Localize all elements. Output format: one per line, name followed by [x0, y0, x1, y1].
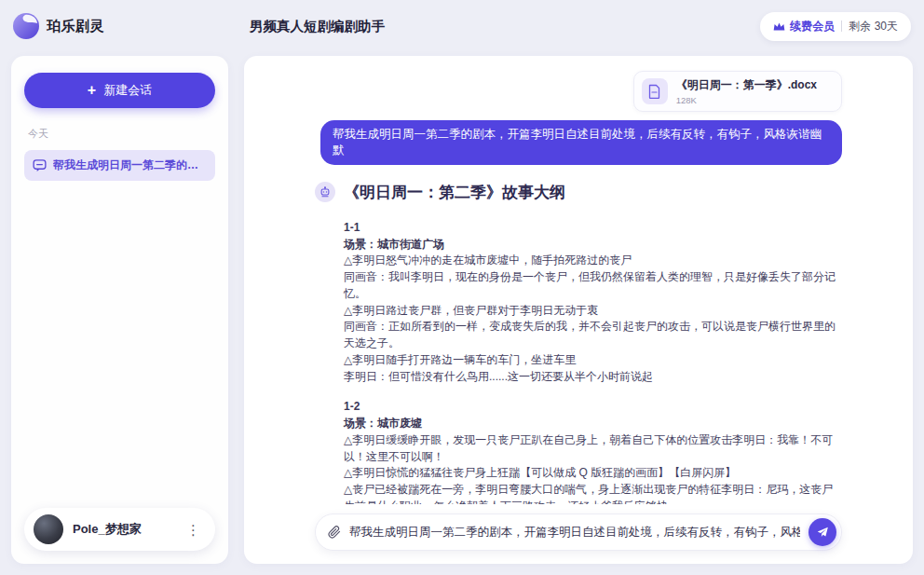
new-chat-label: 新建会话: [103, 82, 152, 99]
script-line: △李明日惊慌的猛猛往丧尸身上狂踹【可以做成 Q 版狂踹的画面】【白屏闪屏】: [344, 465, 842, 482]
chat-scroll-area[interactable]: 《明日周一：第一季》.docx 128K 帮我生成明日周一第二季的剧本，开篇李明…: [244, 56, 913, 504]
attachment-filename: 《明日周一：第一季》.docx: [676, 77, 817, 93]
send-button[interactable]: [808, 518, 836, 546]
outline-title: 《明日周一：第二季》故事大纲: [344, 182, 842, 203]
section-scene: 场景：城市废墟: [344, 416, 842, 432]
script-line: 同画音：正如所看到的一样，变成丧失后的我，并不会引起丧尸的攻击，可以说是丧尸横行…: [344, 319, 842, 352]
document-icon: [642, 78, 668, 104]
script-line: △李明日怒气冲冲的走在城市废墟中，随手拍死路过的丧尸: [344, 253, 842, 269]
conversation-title: 帮我生成明日周一第二季的剧本...: [53, 157, 207, 173]
script-sections: 1-1场景：城市街道广场△李明日怒气冲冲的走在城市废墟中，随手拍死路过的丧尸同画…: [344, 220, 842, 504]
message-input[interactable]: [349, 526, 800, 539]
history-group-label: 今天: [28, 127, 211, 141]
brand: 珀乐剧灵: [13, 13, 237, 39]
chat-column: 《明日周一：第一季》.docx 128K 帮我生成明日周一第二季的剧本，开篇李明…: [315, 71, 842, 504]
assistant-content: 《明日周一：第二季》故事大纲 1-1场景：城市街道广场△李明日怒气冲冲的走在城市…: [344, 180, 842, 504]
script-section: 1-1场景：城市街道广场△李明日怒气冲冲的走在城市废墟中，随手拍死路过的丧尸同画…: [344, 220, 842, 386]
crown-icon: [773, 21, 785, 32]
script-line: △李明日随手打开路边一辆车的车门，坐进车里: [344, 352, 842, 369]
section-number: 1-2: [344, 399, 842, 416]
sidebar: + 新建会话 今天 帮我生成明日周一第二季的剧本... Pole_梦想家 ⋮: [11, 56, 228, 564]
section-scene: 场景：城市街道广场: [344, 237, 842, 253]
script-line: 同画音：我叫李明日，现在的身份是一个丧尸，但我仍然保留着人类的理智，只是好像丢失…: [344, 269, 842, 303]
membership-badge[interactable]: 续费会员 剩余 30天: [760, 12, 911, 41]
script-line: △李明日缓缓睁开眼，发现一只丧尸正趴在自己身上，朝着自己下体的位置攻击李明日：我…: [344, 432, 842, 466]
composer: [315, 513, 842, 551]
chat-bubble-icon: [33, 158, 47, 172]
app-logo-icon: [13, 13, 39, 39]
assistant-message: 《明日周一：第二季》故事大纲 1-1场景：城市街道广场△李明日怒气冲冲的走在城市…: [315, 180, 842, 504]
brand-name: 珀乐剧灵: [47, 18, 104, 35]
top-bar: 珀乐剧灵 男频真人短剧编剧助手 续费会员 剩余 30天: [0, 0, 924, 52]
assistant-avatar-icon: [315, 182, 335, 202]
renew-membership-button[interactable]: 续费会员: [773, 19, 835, 34]
chat-panel: 《明日周一：第一季》.docx 128K 帮我生成明日周一第二季的剧本，开篇李明…: [244, 56, 913, 564]
script-line: △李明日路过丧尸群，但丧尸群对于李明日无动于衷: [344, 303, 842, 320]
attachment-card[interactable]: 《明日周一：第一季》.docx 128K: [633, 71, 842, 112]
new-chat-button[interactable]: + 新建会话: [24, 73, 215, 108]
script-line: △丧尸已经被踹死在一旁，李明日弯腰大口的喘气，身上逐渐出现丧尸的特征李明日：尼玛…: [344, 482, 842, 504]
conversation-item[interactable]: 帮我生成明日周一第二季的剧本...: [24, 150, 215, 181]
membership-days-left: 剩余 30天: [849, 19, 898, 34]
user-message-bubble: 帮我生成明日周一第二季的剧本，开篇李明日自述目前处境，后续有反转，有钩子，风格诙…: [320, 120, 842, 165]
user-menu-button[interactable]: ⋮: [181, 523, 206, 537]
page-title: 男频真人短剧编剧助手: [250, 18, 760, 35]
script-section: 1-2场景：城市废墟△李明日缓缓睁开眼，发现一只丧尸正趴在自己身上，朝着自己下体…: [344, 399, 842, 504]
user-name: Pole_梦想家: [73, 521, 171, 538]
paperclip-icon: [328, 526, 341, 539]
attachment-filesize: 128K: [676, 95, 817, 105]
user-avatar: [34, 514, 63, 544]
sidebar-spacer: [24, 181, 215, 508]
plus-icon: +: [88, 83, 96, 98]
divider: [841, 21, 842, 32]
section-number: 1-1: [344, 220, 842, 237]
paper-plane-icon: [816, 526, 829, 539]
user-profile[interactable]: Pole_梦想家 ⋮: [24, 508, 215, 551]
script-line: 李明日：但可惜没有什么鸟用......这一切还要从半个小时前说起: [344, 369, 842, 386]
attach-file-button[interactable]: [328, 526, 341, 539]
